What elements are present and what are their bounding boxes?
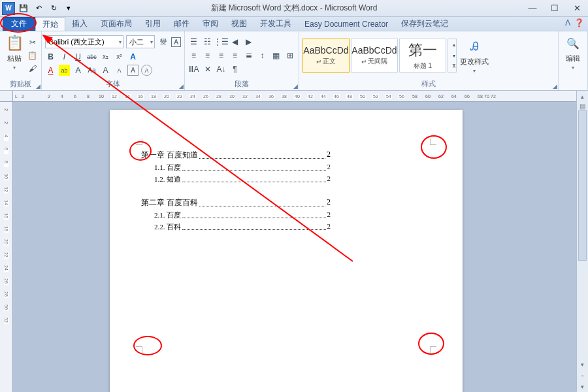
group-styles: AaBbCcDd ↵正文 AaBbCcDd ↵无间隔 第一 标题 1 ▴ ▾ ⊼… <box>299 31 559 90</box>
numbering-button[interactable]: ☷ <box>202 37 213 48</box>
enclosed-char-button[interactable]: A <box>141 65 152 76</box>
maximize-button[interactable]: ☐ <box>544 1 566 16</box>
font-name-combo[interactable]: Calibri (西文正文) <box>45 35 123 48</box>
scroll-down[interactable]: ▾ <box>577 359 588 370</box>
group-clipboard: 📋 粘贴 ▾ ✂ 📋 🖌 剪贴板◢ <box>0 31 42 90</box>
align-right-button[interactable]: ≡ <box>216 50 227 61</box>
align-center-button[interactable]: ≡ <box>202 50 213 61</box>
tab-view[interactable]: 视图 <box>225 17 253 31</box>
styles-launcher[interactable]: ◢ <box>553 83 557 90</box>
margin-mark-tl <box>136 139 142 145</box>
next-page[interactable]: ▾ <box>577 381 588 392</box>
group-font: Calibri (西文正文) 小二 變 A B I U abc x₂ x² A … <box>42 31 185 90</box>
editing-button[interactable]: 🔍 编辑 ▾ <box>562 33 584 80</box>
show-marks-button[interactable]: ¶ <box>229 64 240 75</box>
subscript-button[interactable]: x₂ <box>100 51 111 62</box>
highlight-button[interactable]: ab <box>59 65 70 76</box>
titlebar: W 💾 ↶ ↻ ▾ 新建 Microsoft Word 文档.docx - Mi… <box>0 0 588 17</box>
style-heading1[interactable]: 第一 标题 1 <box>399 39 446 73</box>
underline-button[interactable]: U <box>73 51 84 62</box>
ribbon-tabs: 文件 开始 插入 页面布局 引用 邮件 审阅 视图 开发工具 Easy Docu… <box>0 17 588 31</box>
copy-button[interactable]: 📋 <box>27 50 38 61</box>
tab-developer[interactable]: 开发工具 <box>253 17 298 31</box>
find-icon: 🔍 <box>564 34 582 52</box>
tab-layout[interactable]: 页面布局 <box>94 17 139 31</box>
char-shading-button[interactable]: A <box>73 65 84 76</box>
align-left-button[interactable]: ≡ <box>188 50 199 61</box>
table-of-contents: 第一章 百度知道21.1. 百度21.2. 知道2第二章 百度百科22.1. 百… <box>141 150 331 232</box>
tab-review[interactable]: 审阅 <box>196 17 225 31</box>
bullets-button[interactable]: ☰ <box>188 37 199 48</box>
char-border-icon[interactable]: A <box>171 37 181 47</box>
grow-font-button[interactable]: A <box>100 65 111 76</box>
shading-button[interactable]: ▦ <box>270 50 282 61</box>
qat-more[interactable]: ▾ <box>62 2 75 15</box>
redo-button[interactable]: ↻ <box>47 2 60 15</box>
distributed-button[interactable]: ≣ <box>243 50 254 61</box>
ruler-horizontal[interactable]: L224681012141618202224262830323436384042… <box>13 91 576 102</box>
para-launcher[interactable]: ◢ <box>293 83 298 90</box>
dec-indent-button[interactable]: ◀ <box>229 37 240 48</box>
style-no-spacing[interactable]: AaBbCcDd ↵无间隔 <box>351 39 398 73</box>
line-space-button[interactable]: ↕ <box>257 50 268 61</box>
bold-button[interactable]: B <box>45 51 56 62</box>
tab-mail[interactable]: 邮件 <box>167 17 196 31</box>
justify-button[interactable]: ≡ <box>229 50 240 61</box>
asian-layout-button[interactable]: ✕ <box>202 64 213 75</box>
group-paragraph: ☰ ☷ ⋮☰ ◀ ▶ ≡ ≡ ≡ ≡ ≣ ↕ ▦ ⊞ ⅢA <box>185 31 299 90</box>
font-launcher[interactable]: ◢ <box>179 83 184 90</box>
format-painter-button[interactable]: 🖌 <box>27 63 38 74</box>
text-dir-button[interactable]: ⅢA <box>188 64 199 75</box>
strike-button[interactable]: abc <box>86 51 97 62</box>
toc-entry: 第一章 百度知道2 <box>141 150 331 161</box>
ruler-toggle[interactable] <box>0 91 13 102</box>
vertical-scrollbar[interactable]: ▤ ▴ ▾ ◦ ▾ <box>576 91 588 392</box>
inc-indent-button[interactable]: ▶ <box>243 37 254 48</box>
margin-mark-tr <box>430 139 436 145</box>
paste-button[interactable]: 📋 粘贴 ▾ <box>3 33 25 78</box>
phonetic-icon[interactable]: 變 <box>157 37 169 48</box>
ribbon-minimize-icon[interactable]: ᐱ <box>565 18 570 27</box>
superscript-button[interactable]: x² <box>114 51 125 62</box>
toc-entry: 2.1. 百度2 <box>141 210 331 220</box>
page[interactable]: 第一章 百度知道21.1. 百度21.2. 知道2第二章 百度百科22.1. 百… <box>110 110 463 392</box>
font-color-button[interactable]: A <box>45 65 56 76</box>
font-size-combo[interactable]: 小二 <box>126 35 155 48</box>
margin-mark-br <box>430 346 436 353</box>
clear-format-button[interactable]: A <box>127 65 139 76</box>
paste-icon: 📋 <box>5 34 24 52</box>
close-button[interactable]: ✕ <box>566 1 588 16</box>
tab-insert[interactable]: 插入 <box>65 17 94 31</box>
ruler-vertical[interactable]: 22468101214161820222426283032 <box>0 102 13 392</box>
group-editing: 🔍 编辑 ▾ <box>559 31 588 90</box>
cut-button[interactable]: ✂ <box>27 37 38 48</box>
window-title: 新建 Microsoft Word 文档.docx - Microsoft Wo… <box>0 3 588 14</box>
tab-file[interactable]: 文件 <box>3 17 35 31</box>
borders-button[interactable]: ⊞ <box>284 50 295 61</box>
save-button[interactable]: 💾 <box>17 2 30 15</box>
shrink-font-button[interactable]: A <box>114 65 125 76</box>
help-icon[interactable]: ❓ <box>574 18 584 27</box>
style-normal[interactable]: AaBbCcDd ↵正文 <box>302 39 350 73</box>
change-styles-button[interactable]: Ꭿ 更改样式 ▾ <box>458 36 491 75</box>
scroll-up[interactable]: ▴ <box>577 91 588 102</box>
tab-home[interactable]: 开始 <box>35 17 65 31</box>
multilevel-button[interactable]: ⋮☰ <box>216 37 227 48</box>
word-icon[interactable]: W <box>2 2 15 15</box>
document-area: L224681012141618202224262830323436384042… <box>0 91 588 392</box>
italic-button[interactable]: I <box>59 51 70 62</box>
prev-page[interactable]: ◦ <box>577 370 588 381</box>
toc-entry: 1.2. 知道2 <box>141 174 331 184</box>
undo-button[interactable]: ↶ <box>32 2 45 15</box>
sort-button[interactable]: A↓ <box>216 64 227 75</box>
tab-easy-doc[interactable]: Easy Document Creator <box>298 17 395 31</box>
tab-references[interactable]: 引用 <box>139 17 167 31</box>
scroll-thumb[interactable] <box>578 110 587 261</box>
text-effects-button[interactable]: A <box>127 51 139 62</box>
tab-cloud-notes[interactable]: 保存到云笔记 <box>395 17 455 31</box>
change-case-button[interactable]: Aa <box>86 65 97 76</box>
clipboard-launcher[interactable]: ◢ <box>36 83 41 90</box>
minimize-button[interactable]: — <box>521 1 544 16</box>
toc-entry: 1.1. 百度2 <box>141 163 331 172</box>
change-styles-icon: Ꭿ <box>465 37 483 56</box>
